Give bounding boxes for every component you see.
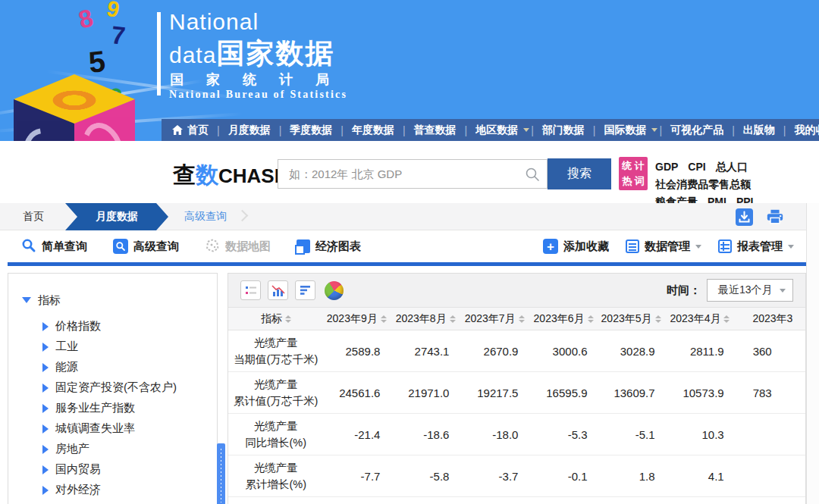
hotword-population[interactable]: 总人口 [716,161,748,173]
logo-number: 8 [76,5,96,32]
breadcrumb-tab-monthly-data[interactable]: 月度数据 [65,203,168,230]
sidebar-item-real-estate[interactable]: 房地产 [42,439,217,459]
data-map-button[interactable]: 数据地图 [205,238,271,255]
panel-resize-handle[interactable] [217,443,225,504]
hotword-gdp[interactable]: GDP [655,161,678,173]
value-cell: -0.1 [530,470,599,483]
advanced-query-label: 高级查询 [133,239,179,254]
map-icon [205,238,220,255]
sidebar-item-fixed-investment[interactable]: 固定资产投资(不含农户) [42,377,217,398]
search-input[interactable] [287,167,521,181]
column-header-month[interactable]: 2023年9月 [324,312,393,326]
column-header-month-partial[interactable]: 2023年3 [736,312,805,326]
triangle-right-icon [42,445,49,454]
advanced-query-button[interactable]: 高级查询 [113,239,179,254]
table-icon [718,239,732,253]
sidebar-item-energy[interactable]: 能源 [42,357,217,377]
sort-icon [723,315,730,323]
hot-badge-line: 统 计 [619,158,648,174]
query-toolbar: 简单查询 高级查询 数据地图 经济图表 + 添加收藏 [0,230,806,262]
scrollbar-gutter[interactable] [806,203,819,504]
nav-item-publications[interactable]: 出版物 [735,124,786,137]
logo-number: 7 [110,22,127,49]
logo-number: 5 [87,46,107,77]
indicator-name-cell: 光缆产量累计增长(%) [228,459,323,493]
nav-item-census-data[interactable]: 普查数据 [406,124,468,137]
chevron-right-icon [237,210,249,222]
column-header-indicator[interactable]: 指标 [228,312,324,326]
chashu-logo-part: 数 [196,162,218,187]
nav-item-quarterly-data[interactable]: 季度数据 [281,124,344,137]
nav-label: 季度数据 [281,124,340,137]
value-cell: -5.1 [600,428,667,441]
value-cell: 3000.6 [530,345,599,358]
sidebar-root-indicators[interactable]: 指标 [22,289,217,311]
nav-item-regional-data[interactable]: 地区数据 [467,124,534,137]
breadcrumb-current-advanced-query[interactable]: 高级查询 [184,210,227,224]
time-range-label: 时间： [667,283,701,298]
nav-item-home[interactable]: 首页 [172,124,220,137]
print-button[interactable] [766,208,784,226]
data-manage-label: 数据管理 [645,239,690,254]
column-header-month[interactable]: 2023年7月 [462,312,531,326]
column-header-month[interactable]: 2023年6月 [531,312,600,326]
chevron-down-icon [695,245,701,252]
charts-icon [297,239,310,253]
simple-query-button[interactable]: 简单查询 [21,238,87,255]
hot-words-badge: 统 计 热 词 [619,157,648,190]
download-button[interactable] [735,208,753,226]
sort-icon [381,315,387,323]
sidebar-item-domestic-trade[interactable]: 国内贸易 [42,459,217,480]
search-button[interactable]: 搜索 [548,158,611,189]
line-chart-view-button[interactable] [268,280,288,300]
triangle-down-icon [22,297,31,303]
sidebar-item-industry[interactable]: 工业 [42,337,217,357]
column-header-month[interactable]: 2023年5月 [600,312,667,326]
sort-icon [655,315,661,323]
chevron-down-icon [523,128,529,135]
nav-label: 可视化产品 [662,124,732,137]
value-cell: 4.1 [667,470,736,483]
sidebar-item-foreign-economy[interactable]: 对外经济 [42,480,217,500]
breadcrumb-home[interactable]: 首页 [23,210,44,224]
nav-item-favorites[interactable]: 我的收藏 [786,124,819,137]
bar-chart-view-button[interactable] [295,280,315,300]
table-view-button[interactable] [240,280,261,300]
hotword-cpi[interactable]: CPI [688,161,705,173]
hot-words-line1: GDPCPI总人口社会消费品零售总额 [655,158,817,193]
logo-number: 9 [105,0,121,21]
sidebar-item-services-index[interactable]: 服务业生产指数 [42,398,217,418]
value-cell: 2589.8 [323,345,392,358]
econ-charts-button[interactable]: 经济图表 [297,239,361,254]
indicator-name-cell: 光缆产量当期值(万芯千米) [228,334,323,368]
nav-item-visualization[interactable]: 可视化产品 [662,124,735,137]
sidebar-item-label: 固定资产投资(不含农户) [55,380,177,395]
column-header-month[interactable]: 2023年4月 [667,312,736,326]
nav-label: 年度数据 [344,124,403,137]
brand-title-line2: data国家数据 [169,35,334,73]
pie-chart-view-button[interactable] [325,281,344,300]
brand-title-cn: 国家数据 [216,38,334,69]
nav-label: 普查数据 [406,124,465,137]
report-manage-button[interactable]: 报表管理 [718,239,794,254]
time-range-select[interactable]: 最近13个月 [707,279,793,302]
hotword-retail-sales[interactable]: 社会消费品零售总额 [655,178,751,190]
add-favorite-button[interactable]: + 添加收藏 [543,239,609,254]
sort-icon [285,315,291,323]
nav-label: 出版物 [735,124,783,137]
sidebar-root-label: 指标 [38,293,61,308]
nav-item-yearly-data[interactable]: 年度数据 [344,124,406,137]
column-header-month[interactable]: 2023年8月 [393,312,462,326]
bureau-name-cn: 国家统计局 [170,70,352,89]
value-cell-partial: 360 [736,345,805,358]
sidebar-item-unemployment[interactable]: 城镇调查失业率 [42,418,217,439]
sidebar-item-transport[interactable]: 交通运输 [42,500,217,504]
nav-item-monthly-data[interactable]: 月度数据 [220,124,282,137]
sidebar-item-label: 对外经济 [55,483,101,497]
nav-item-department-data[interactable]: 部门数据 [534,124,596,137]
data-manage-button[interactable]: 数据管理 [626,239,701,254]
sidebar-item-price-index[interactable]: 价格指数 [42,316,217,337]
nav-item-international-data[interactable]: 国际数据 [595,124,662,137]
value-cell: -7.7 [323,470,392,483]
value-cell: 2670.9 [461,345,530,358]
